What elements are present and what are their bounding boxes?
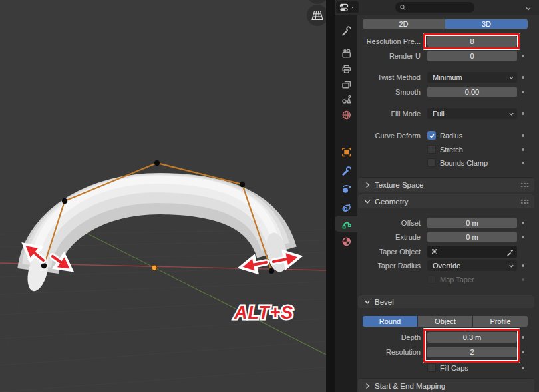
search-box[interactable] xyxy=(395,2,474,13)
render-u-field[interactable]: 0 xyxy=(427,51,517,61)
properties-header xyxy=(335,0,539,15)
animate-dot[interactable] xyxy=(522,55,524,57)
tab-particles[interactable] xyxy=(335,181,357,197)
taper-object-row: Taper Object xyxy=(357,246,534,258)
bevel-tab-object[interactable]: Object xyxy=(418,316,472,327)
resolution-preview-field[interactable]: 8 xyxy=(427,36,517,47)
bevel-panel-header[interactable]: Bevel xyxy=(358,295,534,308)
tab-render[interactable] xyxy=(335,45,357,61)
properties-nav-bar xyxy=(335,15,357,392)
drag-handle-dots[interactable] xyxy=(520,199,529,204)
tab-physics[interactable] xyxy=(335,199,357,215)
bevel-resolution-field[interactable]: 2 xyxy=(427,347,517,357)
bevel-type-tabs: Round Object Profile xyxy=(357,316,534,327)
tab-object-data[interactable] xyxy=(335,216,357,232)
properties-panel: 2D 3D Resolution Pre... 8 Render U 0 Twi… xyxy=(357,15,539,392)
fill-mode-label: Fill Mode xyxy=(357,108,421,119)
tool-icon xyxy=(341,25,352,37)
tab-tool[interactable] xyxy=(335,23,357,39)
bounds-clamp-row: Bounds Clamp xyxy=(357,158,534,168)
tab-output[interactable] xyxy=(335,61,357,77)
bounds-clamp-checkbox[interactable] xyxy=(427,158,436,167)
taper-object-label: Taper Object xyxy=(357,246,421,258)
geometry-panel-header[interactable]: Geometry xyxy=(358,194,534,208)
animate-dot[interactable] xyxy=(522,336,524,339)
animate-dot[interactable] xyxy=(522,76,524,79)
animate-dot[interactable] xyxy=(522,112,524,115)
animate-dot[interactable] xyxy=(522,162,524,164)
start-end-mapping-title: Start & End Mapping xyxy=(375,382,445,390)
dimensions-row: 2D 3D xyxy=(357,19,534,29)
fill-mode-row: Fill Mode Full xyxy=(357,108,534,119)
control-point xyxy=(240,182,245,187)
animate-dot[interactable] xyxy=(522,351,524,353)
wrench-icon xyxy=(341,166,352,177)
resolution-preview-label: Resolution Pre... xyxy=(357,36,421,47)
resolution-preview-row: Resolution Pre... 8 xyxy=(357,36,534,47)
radius-label: Radius xyxy=(440,131,462,140)
radius-checkbox[interactable] xyxy=(427,131,436,140)
extrude-field[interactable]: 0 m xyxy=(427,232,517,242)
editor-divider[interactable] xyxy=(326,0,335,392)
animate-dot[interactable] xyxy=(522,367,524,369)
control-point xyxy=(154,160,160,166)
header-options-button[interactable] xyxy=(524,3,532,15)
search-input[interactable] xyxy=(409,3,470,12)
animate-dot[interactable] xyxy=(522,91,524,93)
bounds-clamp-label: Bounds Clamp xyxy=(440,158,488,168)
animate-dot[interactable] xyxy=(522,148,524,151)
drag-handle-dots[interactable] xyxy=(520,182,529,188)
texture-space-panel-header[interactable]: Texture Space xyxy=(358,177,534,192)
curve-arch-object xyxy=(24,180,291,293)
editor-type-selector[interactable] xyxy=(336,1,359,13)
tab-material[interactable] xyxy=(335,233,357,249)
animate-dot[interactable] xyxy=(522,222,524,224)
taper-radius-label: Taper Radius xyxy=(357,260,421,271)
taper-radius-dropdown[interactable]: Override xyxy=(427,260,517,271)
viewport-gizmo-stack[interactable] xyxy=(307,0,326,26)
map-taper-checkbox[interactable] xyxy=(427,275,436,284)
bevel-depth-field[interactable]: 0.3 m xyxy=(427,332,517,343)
fill-mode-dropdown[interactable]: Full xyxy=(427,108,517,119)
stretch-row: Stretch xyxy=(357,145,534,154)
tab-world[interactable] xyxy=(335,106,357,122)
animate-dot[interactable] xyxy=(522,134,524,137)
render-u-row: Render U 0 xyxy=(357,51,534,61)
3d-viewport[interactable]: ALT+S xyxy=(0,0,326,392)
dim-2d-button[interactable]: 2D xyxy=(363,19,445,29)
dim-3d-button[interactable]: 3D xyxy=(445,19,528,29)
chevron-down-icon xyxy=(508,75,514,81)
extrude-row: Extrude 0 m xyxy=(357,232,534,242)
bevel-tab-round[interactable]: Round xyxy=(363,316,417,327)
offset-field[interactable]: 0 m xyxy=(427,218,517,228)
chevron-down-icon xyxy=(524,5,532,13)
object-icon xyxy=(341,146,352,158)
properties-editor-icon xyxy=(339,3,349,13)
physics-icon xyxy=(341,202,352,213)
render-u-label: Render U xyxy=(357,51,421,61)
tab-object[interactable] xyxy=(335,144,357,160)
view-layer-icon xyxy=(341,79,352,90)
tab-view-layer[interactable] xyxy=(335,76,357,92)
particles-icon xyxy=(341,184,352,195)
shortcut-annotation: ALT+S xyxy=(234,303,293,323)
chevron-down-icon xyxy=(363,298,371,306)
twist-method-dropdown[interactable]: Minimum xyxy=(427,72,517,83)
render-icon xyxy=(341,48,352,59)
chevron-right-icon xyxy=(363,181,371,189)
taper-object-field[interactable] xyxy=(427,246,517,258)
smooth-row: Smooth 0.00 xyxy=(357,87,534,97)
bevel-tab-profile[interactable]: Profile xyxy=(473,316,528,327)
tab-modifiers[interactable] xyxy=(335,163,357,179)
animate-dot[interactable] xyxy=(522,264,524,267)
animate-dot[interactable] xyxy=(522,236,524,238)
extrude-label: Extrude xyxy=(357,232,421,242)
fill-caps-checkbox[interactable] xyxy=(427,363,436,372)
smooth-field[interactable]: 0.00 xyxy=(427,87,517,97)
eyedropper-icon[interactable] xyxy=(506,248,514,256)
stretch-checkbox[interactable] xyxy=(427,145,436,154)
animate-dot[interactable] xyxy=(522,278,524,281)
start-end-mapping-panel-header[interactable]: Start & End Mapping xyxy=(358,378,534,392)
tab-scene[interactable] xyxy=(335,91,357,107)
chevron-right-icon xyxy=(363,382,371,390)
